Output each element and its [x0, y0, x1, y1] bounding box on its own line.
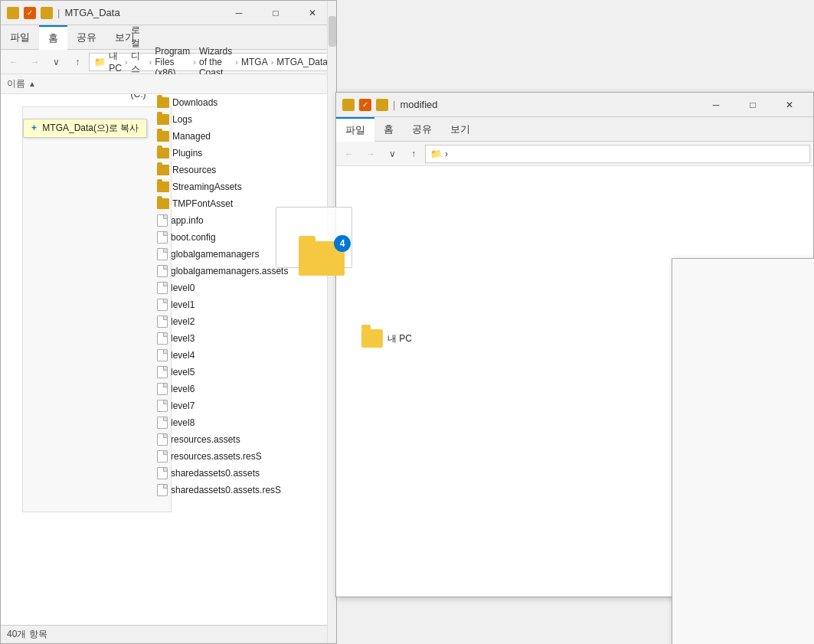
second-ribbon-tab-file[interactable]: 파일 — [336, 117, 374, 142]
main-file-item[interactable]: globalgamemanagers — [154, 246, 336, 263]
main-file-item[interactable]: Logs — [154, 111, 336, 128]
path-segment-1: 내 PC — [109, 50, 122, 74]
file-icon — [157, 450, 168, 463]
file-icon — [157, 282, 168, 294]
main-file-item[interactable]: app.info — [154, 212, 336, 229]
second-close-button[interactable]: ✕ — [772, 93, 807, 117]
ribbon-tab-file[interactable]: 파일 — [1, 25, 39, 50]
file-item-name: level5 — [171, 367, 195, 378]
folder-icon — [157, 181, 169, 192]
second-recent-button[interactable]: ∨ — [382, 144, 402, 164]
main-file-item[interactable]: level5 — [154, 364, 336, 381]
recent-button[interactable]: ∨ — [47, 52, 67, 72]
folder-icon — [157, 131, 169, 142]
main-file-item[interactable]: sharedassets0.assets — [154, 465, 336, 482]
folder-icon — [157, 114, 169, 125]
drop-target-folder-icon — [361, 329, 383, 348]
second-address-bar: ← → ∨ ↑ 📁 › — [336, 142, 813, 166]
main-file-item[interactable]: level6 — [154, 381, 336, 397]
address-path[interactable]: 📁 내 PC › 로컬 디스크 (C:) › Program Files (x8… — [89, 53, 333, 71]
main-window-title: MTGA_Data — [64, 7, 119, 18]
main-file-item[interactable]: level8 — [154, 414, 336, 431]
second-ribbon-tab-view[interactable]: 보기 — [441, 117, 479, 142]
file-item-name: level7 — [171, 400, 195, 411]
main-file-item[interactable]: level4 — [154, 347, 336, 364]
main-file-item[interactable]: level7 — [154, 397, 336, 414]
title-check-icon: ✓ — [24, 7, 36, 19]
up-button[interactable]: ↑ — [67, 52, 87, 72]
main-file-item[interactable]: level2 — [154, 313, 336, 330]
main-file-item[interactable]: resources.assets — [154, 431, 336, 448]
file-item-name: sharedassets0.assets.resS — [171, 485, 281, 495]
path-segment-6: MTGA_Data — [276, 57, 328, 67]
main-window: ✓ | MTGA_Data ─ □ ✕ 파일 홈 공유 보기 ← → ∨ ↑ 📁… — [0, 0, 337, 644]
main-file-item[interactable]: boot.config — [154, 229, 336, 246]
path-segment-3: Program Files (x86) — [155, 46, 190, 78]
second-title-bar: ✓ | modified ─ □ ✕ — [336, 93, 813, 117]
second-title-folder2-icon — [376, 99, 388, 111]
preview-panel-left — [22, 106, 172, 512]
file-item-name: StreamingAssets — [172, 181, 242, 192]
folder-icon — [157, 97, 169, 108]
title-folder-icon — [7, 7, 19, 19]
main-file-item[interactable]: Resources — [154, 162, 336, 178]
main-file-item[interactable]: sharedassets0.assets.resS — [154, 482, 336, 499]
file-item-name: level0 — [171, 283, 195, 293]
main-file-item[interactable]: Managed — [154, 128, 336, 145]
title-controls: ─ □ ✕ — [221, 1, 330, 25]
file-icon — [157, 484, 168, 496]
second-forward-button[interactable]: → — [361, 144, 381, 164]
second-ribbon-tab-home[interactable]: 홈 — [374, 117, 403, 142]
file-icon — [157, 231, 168, 244]
drop-target-label: 내 PC — [387, 332, 412, 345]
file-item-name: boot.config — [171, 232, 216, 243]
drop-target-area: 내 PC — [361, 329, 412, 348]
main-file-item[interactable]: resources.assets.resS — [154, 448, 336, 465]
main-file-item[interactable]: Downloads — [154, 94, 336, 111]
forward-button[interactable]: → — [25, 52, 45, 72]
second-title-folder-icon — [342, 99, 355, 111]
file-item-name: Logs — [172, 114, 192, 125]
minimize-button[interactable]: ─ — [221, 1, 257, 25]
main-file-item[interactable]: globalgamemanagers.assets — [154, 263, 336, 280]
file-item-name: resources.assets.resS — [171, 451, 262, 462]
main-file-item[interactable]: Plugins — [154, 145, 336, 162]
copy-tooltip: MTGA_Data(으)로 복사 — [23, 119, 147, 138]
file-item-name: level3 — [171, 333, 195, 344]
second-file-list-area: 이름 ▲ 수정한 Downloads2019-01TMPFontAsset201… — [672, 258, 814, 644]
file-item-name: level2 — [171, 316, 195, 327]
ribbon-tab-share[interactable]: 공유 — [67, 25, 106, 50]
second-ribbon: 파일 홈 공유 보기 — [336, 117, 813, 142]
file-item-name: globalgamemanagers — [171, 249, 259, 260]
file-item-name: level8 — [171, 417, 195, 428]
file-icon — [157, 417, 168, 429]
second-window-title: modified — [400, 99, 437, 110]
file-icon — [157, 332, 168, 345]
folder-icon — [157, 148, 169, 159]
main-file-item[interactable]: level0 — [154, 280, 336, 296]
second-minimize-button[interactable]: ─ — [698, 93, 734, 117]
second-ribbon-tab-share[interactable]: 공유 — [403, 117, 441, 142]
close-button[interactable]: ✕ — [295, 1, 330, 25]
main-file-item[interactable]: level3 — [154, 330, 336, 347]
main-file-item[interactable]: level1 — [154, 296, 336, 313]
main-title-bar: ✓ | MTGA_Data ─ □ ✕ — [1, 1, 336, 25]
col-name-label: 이름 — [7, 77, 25, 90]
second-address-path[interactable]: 📁 › — [425, 145, 810, 163]
file-item-name: TMPFontAsset — [172, 198, 233, 209]
second-back-button[interactable]: ← — [339, 144, 359, 164]
file-item-name: level4 — [171, 350, 195, 361]
file-icon — [157, 349, 168, 361]
second-up-button[interactable]: ↑ — [404, 144, 423, 164]
second-maximize-button[interactable]: □ — [735, 93, 770, 117]
main-address-bar: ← → ∨ ↑ 📁 내 PC › 로컬 디스크 (C:) › Program F… — [1, 50, 336, 74]
drop-folder-tab — [361, 325, 371, 329]
main-file-item[interactable]: StreamingAssets — [154, 178, 336, 195]
back-button[interactable]: ← — [4, 52, 24, 72]
path-segment-4: Wizards of the Coast — [199, 46, 232, 78]
main-file-item[interactable]: TMPFontAsset — [154, 195, 336, 212]
ribbon-tab-home[interactable]: 홈 — [39, 25, 67, 50]
file-icon — [157, 366, 168, 378]
maximize-button[interactable]: □ — [258, 1, 293, 25]
title-folder2-icon — [41, 7, 53, 19]
